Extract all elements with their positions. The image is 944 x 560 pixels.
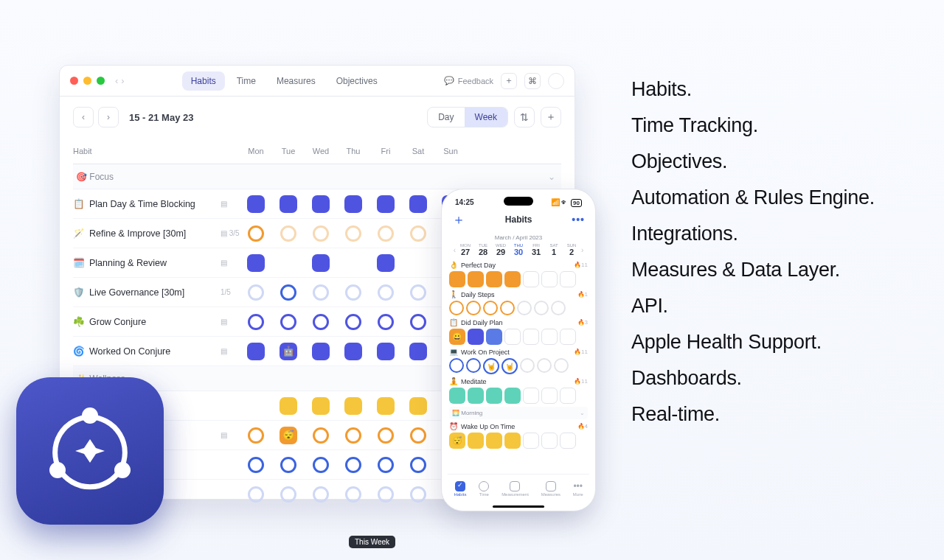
- habit-cell[interactable]: [272, 195, 305, 213]
- habit-cell[interactable]: [240, 254, 272, 272]
- habit-cell[interactable]: [337, 254, 369, 272]
- habit-cell[interactable]: [369, 225, 402, 242]
- habit-cell[interactable]: [369, 427, 402, 444]
- habit-cell[interactable]: [337, 284, 369, 301]
- view-week[interactable]: Week: [465, 108, 507, 127]
- console-button[interactable]: ⌘: [524, 73, 541, 89]
- habit-cell[interactable]: [305, 343, 337, 360]
- tab-measures[interactable]: Measures: [541, 481, 560, 497]
- habit-cell[interactable]: [272, 397, 305, 415]
- habit-cell[interactable]: [272, 225, 305, 242]
- prev-week-button[interactable]: ‹: [73, 107, 94, 127]
- filter-button[interactable]: ⇅: [514, 107, 535, 127]
- add-habit-button[interactable]: ＋: [541, 107, 561, 127]
- tab-more[interactable]: •••More: [573, 481, 583, 497]
- habit-cell[interactable]: [402, 343, 434, 360]
- phone-day[interactable]: MON27: [457, 243, 473, 256]
- habit-cell[interactable]: [369, 284, 402, 301]
- habit-cell[interactable]: [337, 225, 369, 242]
- habit-cell[interactable]: [305, 195, 337, 213]
- habit-cell[interactable]: [240, 427, 272, 444]
- add-button[interactable]: ＋: [501, 73, 517, 89]
- habit-cell[interactable]: [402, 284, 434, 301]
- habit-cell[interactable]: [402, 457, 434, 473]
- tab-time[interactable]: Time: [479, 481, 489, 497]
- phone-day[interactable]: SAT1: [546, 243, 562, 256]
- habit-cell[interactable]: [369, 254, 402, 272]
- habit-cell[interactable]: [240, 343, 272, 360]
- habit-cell[interactable]: [369, 486, 402, 503]
- habit-cell[interactable]: [240, 457, 272, 473]
- add-button[interactable]: ＋: [452, 211, 465, 228]
- minimize-icon[interactable]: [83, 77, 91, 85]
- next-week-button[interactable]: ›: [98, 107, 119, 127]
- more-icon[interactable]: •••: [572, 214, 585, 225]
- habit-cell[interactable]: [337, 457, 369, 473]
- history-nav[interactable]: ‹ ›: [115, 75, 125, 86]
- habit-cell[interactable]: [337, 343, 369, 360]
- habit-cell[interactable]: [240, 225, 272, 242]
- habit-cell[interactable]: [337, 486, 369, 503]
- habit-cell[interactable]: [272, 314, 305, 330]
- phone-day[interactable]: TUE28: [475, 243, 491, 256]
- habit-cell[interactable]: [305, 397, 337, 415]
- tab-time[interactable]: Time: [228, 71, 265, 91]
- habit-cell[interactable]: [402, 314, 434, 330]
- habit-cell[interactable]: [402, 427, 434, 444]
- next-icon[interactable]: ›: [581, 246, 583, 254]
- habit-cell[interactable]: [240, 284, 272, 301]
- tab-habits[interactable]: Habits: [454, 481, 466, 497]
- phone-habit[interactable]: 🧘Meditate🔥11: [449, 377, 588, 404]
- phone-habit[interactable]: 🚶Daily Steps🔥1: [449, 290, 588, 315]
- habit-cell[interactable]: [369, 343, 402, 360]
- habit-cell[interactable]: [272, 254, 305, 272]
- habit-cell[interactable]: [402, 195, 434, 213]
- profile-avatar[interactable]: [548, 73, 564, 89]
- phone-group[interactable]: 🌅 Morning⌄: [449, 407, 588, 419]
- tab-objectives[interactable]: Objectives: [327, 71, 386, 91]
- phone-habit[interactable]: ⏰Wake Up On Time🔥4 😴: [449, 422, 588, 449]
- habit-cell[interactable]: [369, 195, 402, 213]
- zoom-icon[interactable]: [97, 77, 105, 85]
- habit-cell[interactable]: [337, 314, 369, 330]
- phone-habit[interactable]: 💻Work On Project🔥11 🤘🤘: [449, 348, 588, 374]
- tab-measurement[interactable]: Measurement: [502, 481, 529, 497]
- habit-cell[interactable]: [402, 254, 434, 272]
- forward-icon[interactable]: ›: [121, 75, 124, 86]
- prev-icon[interactable]: ‹: [454, 246, 456, 254]
- habit-cell[interactable]: [337, 427, 369, 444]
- habit-cell[interactable]: [402, 225, 434, 242]
- habit-cell[interactable]: [305, 254, 337, 272]
- habit-cell[interactable]: [272, 457, 305, 473]
- view-day[interactable]: Day: [428, 108, 464, 127]
- back-icon[interactable]: ‹: [115, 75, 118, 86]
- habit-cell[interactable]: [272, 284, 305, 301]
- habit-cell[interactable]: [402, 486, 434, 503]
- habit-cell[interactable]: [369, 397, 402, 415]
- window-controls[interactable]: [70, 77, 105, 85]
- phone-habit[interactable]: 👌Perfect Day🔥11: [449, 261, 588, 287]
- habit-cell[interactable]: [402, 397, 434, 415]
- phone-day[interactable]: SUN2: [563, 243, 580, 256]
- habit-cell[interactable]: 🤖: [272, 343, 305, 360]
- view-segment[interactable]: Day Week: [427, 107, 508, 127]
- close-icon[interactable]: [70, 77, 78, 85]
- habit-cell[interactable]: [272, 486, 305, 503]
- phone-day[interactable]: FRI31: [528, 243, 544, 256]
- habit-cell[interactable]: [305, 225, 337, 242]
- habit-cell[interactable]: [369, 314, 402, 330]
- phone-day-today[interactable]: THU30: [510, 243, 527, 256]
- group-focus[interactable]: 🎯 Focus ⌄: [73, 164, 561, 189]
- tab-habits[interactable]: Habits: [182, 71, 225, 91]
- habit-cell[interactable]: [369, 457, 402, 473]
- habit-cell[interactable]: 😴: [272, 427, 305, 444]
- habit-cell[interactable]: [305, 427, 337, 444]
- tab-measures[interactable]: Measures: [268, 71, 324, 91]
- habit-cell[interactable]: [240, 397, 272, 415]
- habit-cell[interactable]: [337, 195, 369, 213]
- habit-cell[interactable]: [337, 397, 369, 415]
- habit-cell[interactable]: [305, 284, 337, 301]
- phone-day[interactable]: WED29: [493, 243, 509, 256]
- feedback-button[interactable]: 💬 Feedback: [444, 76, 493, 85]
- habit-cell[interactable]: [240, 486, 272, 503]
